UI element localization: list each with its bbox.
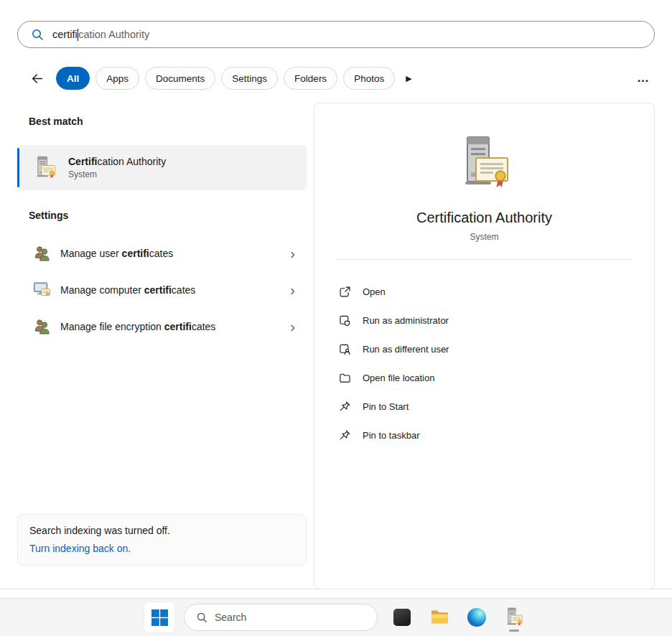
result-label: Manage user certificates xyxy=(60,248,173,259)
pin-icon xyxy=(339,429,351,441)
settings-header: Settings xyxy=(29,210,68,221)
open-file-location-icon xyxy=(339,372,351,384)
turn-indexing-on-link[interactable]: Turn indexing back on. xyxy=(29,542,294,556)
best-match-result[interactable]: Certification Authority System xyxy=(17,145,307,190)
start-button[interactable] xyxy=(144,602,175,633)
title-rest-segment: cation Authority xyxy=(97,156,166,167)
filter-tab-all[interactable]: All xyxy=(56,67,90,90)
search-flyout: certifi cation Authority All Apps Docume… xyxy=(0,0,672,589)
users-icon xyxy=(33,317,51,335)
label-pre: Manage file encryption xyxy=(60,321,164,332)
run-as-admin-icon xyxy=(339,314,351,327)
action-pin-to-taskbar[interactable]: Pin to taskbar xyxy=(325,421,644,449)
action-open-file-location[interactable]: Open file location xyxy=(325,363,644,392)
certification-authority-icon xyxy=(504,607,524,627)
label-pre: Manage user xyxy=(60,248,122,259)
action-list: Open Run as administrator Run as differe… xyxy=(325,277,644,449)
search-query: certifi xyxy=(52,29,78,40)
best-match-title: Certification Authority xyxy=(68,156,166,167)
back-arrow-icon xyxy=(30,72,44,85)
windows-logo-icon xyxy=(151,609,168,626)
filter-tab-documents[interactable]: Documents xyxy=(145,67,215,90)
action-pin-to-start[interactable]: Pin to Start xyxy=(325,392,644,421)
options-ellipsis-icon[interactable]: … xyxy=(637,71,650,85)
settings-results-list: Manage user certificates › Manage comput… xyxy=(17,235,307,345)
certification-authority-icon xyxy=(33,156,57,180)
best-match-subtitle: System xyxy=(68,169,166,179)
users-icon xyxy=(33,244,51,262)
divider xyxy=(336,259,633,260)
filter-bar: All Apps Documents Settings Folders Phot… xyxy=(26,65,650,91)
action-run-as-administrator[interactable]: Run as administrator xyxy=(325,306,644,335)
title-match-segment: Certifi xyxy=(68,156,97,167)
indexing-notice-message: Search indexing was turned off. xyxy=(29,524,294,538)
preview-title: Certification Authority xyxy=(314,210,654,226)
taskbar-search-label: Search xyxy=(215,612,246,623)
label-match: certifi xyxy=(164,321,192,332)
action-label: Open xyxy=(363,286,386,297)
action-label: Run as administrator xyxy=(363,315,449,326)
result-manage-user-certificates[interactable]: Manage user certificates › xyxy=(17,235,307,271)
label-post: cates xyxy=(172,284,195,296)
selection-accent-bar xyxy=(17,148,19,187)
label-post: cates xyxy=(192,321,215,332)
chevron-right-icon: › xyxy=(290,319,295,334)
chevron-right-icon: › xyxy=(290,283,295,297)
label-match: certifi xyxy=(122,248,149,259)
result-label: Manage computer certificates xyxy=(60,284,195,296)
label-pre: Manage computer xyxy=(60,284,144,296)
edge-icon xyxy=(467,608,486,627)
action-open[interactable]: Open xyxy=(325,277,644,306)
back-button[interactable] xyxy=(26,67,47,89)
edge-button[interactable] xyxy=(461,602,493,633)
filter-tab-apps[interactable]: Apps xyxy=(95,67,139,90)
search-suggestion: cation Authority xyxy=(78,29,149,40)
more-filters-icon[interactable]: ▶ xyxy=(406,74,411,83)
certification-authority-large-icon xyxy=(456,135,513,192)
preview-panel: Certification Authority System Open Run … xyxy=(314,103,655,589)
result-manage-computer-certificates[interactable]: Manage computer certificates › xyxy=(17,271,307,308)
filter-tab-folders[interactable]: Folders xyxy=(284,67,337,90)
file-explorer-button[interactable] xyxy=(424,602,455,633)
best-match-text: Certification Authority System xyxy=(68,156,166,179)
open-icon xyxy=(339,286,351,298)
indexing-notice: Search indexing was turned off. Turn ind… xyxy=(17,514,307,566)
filter-tab-settings[interactable]: Settings xyxy=(221,67,278,90)
label-post: cates xyxy=(149,248,173,259)
search-input[interactable]: certifi cation Authority xyxy=(17,21,655,48)
pin-icon xyxy=(339,401,351,413)
taskbar-items: Search xyxy=(144,599,530,636)
preview-subtitle: System xyxy=(314,232,654,242)
chevron-right-icon: › xyxy=(290,246,295,261)
action-label: Run as different user xyxy=(363,344,449,355)
action-label: Pin to Start xyxy=(363,401,409,412)
run-as-user-icon xyxy=(339,343,351,355)
action-run-as-different-user[interactable]: Run as different user xyxy=(325,335,644,363)
running-app-indicator xyxy=(509,630,519,632)
computer-certificate-icon xyxy=(33,281,51,299)
file-explorer-icon xyxy=(430,608,449,627)
certification-authority-taskbar-button[interactable] xyxy=(498,602,530,633)
action-label: Open file location xyxy=(363,373,434,383)
search-icon xyxy=(196,612,207,623)
search-text: certifi cation Authority xyxy=(52,29,149,41)
best-match-header: Best match xyxy=(29,116,83,127)
search-icon xyxy=(31,28,44,41)
result-manage-file-encryption-certificates[interactable]: Manage file encryption certificates › xyxy=(17,308,307,345)
label-match: certifi xyxy=(144,284,172,296)
filter-tab-photos[interactable]: Photos xyxy=(343,67,395,90)
taskbar-search-box[interactable]: Search xyxy=(184,604,378,631)
dark-app-icon xyxy=(393,609,411,626)
taskbar-dark-app-button[interactable] xyxy=(386,602,418,633)
action-label: Pin to taskbar xyxy=(363,430,420,441)
taskbar: Search xyxy=(0,598,672,636)
result-label: Manage file encryption certificates xyxy=(60,321,215,332)
